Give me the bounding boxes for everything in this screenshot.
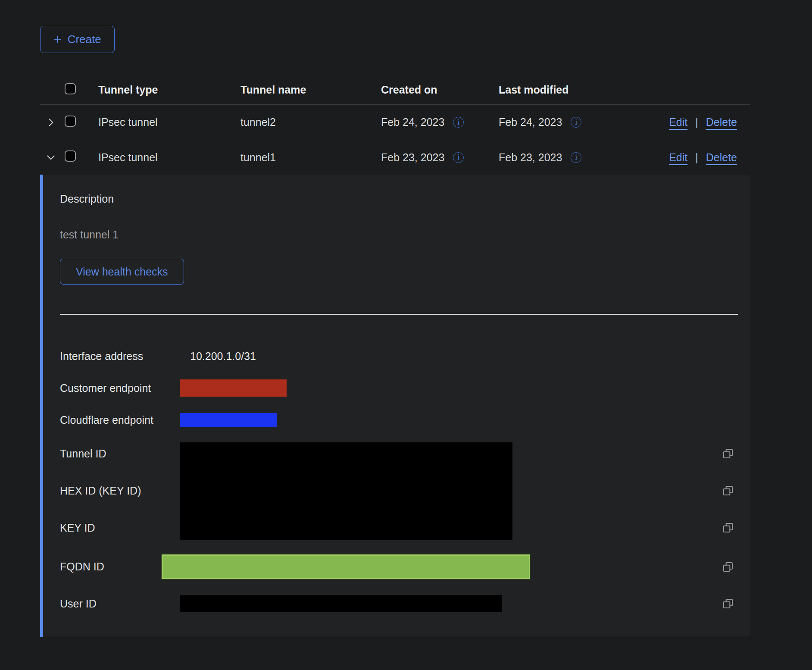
delete-link[interactable]: Delete [706, 151, 737, 164]
action-separator: | [695, 116, 698, 128]
detail-row-cloudflare-endpoint: Cloudflare endpoint [60, 411, 750, 429]
tunnel-details-panel: Description test tunnel 1 View health ch… [40, 175, 750, 637]
info-icon[interactable]: i [571, 152, 581, 163]
detail-row-key-id: KEY ID [60, 509, 750, 546]
edit-link[interactable]: Edit [669, 116, 687, 128]
cloudflare-endpoint-redaction [180, 413, 277, 427]
field-label: User ID [60, 598, 180, 610]
create-button[interactable]: + Create [40, 26, 115, 53]
header-tunnel-name: Tunnel name [240, 84, 381, 96]
description-label: Description [60, 193, 750, 205]
interface-address-value: 10.200.1.0/31 [180, 350, 256, 363]
action-separator: | [695, 151, 698, 164]
customer-endpoint-redaction [180, 379, 287, 397]
tunnel-detail-fields: Interface address 10.200.1.0/31 Customer… [60, 348, 750, 612]
detail-row-tunnel-id: Tunnel ID [60, 435, 750, 472]
copy-fqdn-id-button[interactable] [721, 560, 734, 573]
field-label: Cloudflare endpoint [60, 414, 180, 426]
user-id-redaction [180, 595, 502, 612]
fqdn-id-redaction [162, 554, 530, 579]
copy-key-id-button[interactable] [721, 521, 734, 534]
detail-row-customer-endpoint: Customer endpoint [60, 379, 750, 397]
table-row: IPsec tunnel tunnel2 Feb 24, 2023 i Feb … [40, 105, 750, 140]
copy-tunnel-id-button[interactable] [721, 447, 734, 460]
cell-tunnel-name: tunnel2 [240, 116, 381, 128]
copy-icon [721, 560, 734, 573]
edit-link[interactable]: Edit [669, 151, 687, 164]
cell-tunnel-type: IPsec tunnel [98, 151, 240, 164]
field-label: FQDN ID [60, 560, 162, 573]
header-tunnel-type: Tunnel type [98, 84, 240, 96]
chevron-right-icon [45, 117, 56, 128]
delete-link[interactable]: Delete [706, 116, 737, 128]
tunnels-table: Tunnel type Tunnel name Created on Last … [40, 75, 750, 175]
copy-icon [721, 521, 734, 534]
field-label: KEY ID [60, 522, 95, 534]
field-label: HEX ID (KEY ID) [60, 485, 141, 497]
info-icon[interactable]: i [453, 117, 464, 128]
cell-created-on: Feb 23, 2023 [381, 151, 444, 164]
header-last-modified: Last modified [499, 84, 624, 96]
cell-tunnel-type: IPsec tunnel [98, 116, 240, 128]
copy-icon [721, 447, 734, 460]
row-checkbox[interactable] [65, 150, 76, 162]
create-button-label: Create [68, 33, 101, 46]
header-created-on: Created on [381, 84, 499, 96]
copy-icon [721, 597, 734, 610]
cell-tunnel-name: tunnel1 [240, 151, 381, 164]
cell-created-on: Feb 24, 2023 [381, 116, 444, 128]
detail-row-hex-id: HEX ID (KEY ID) [60, 472, 750, 509]
copy-icon [721, 484, 734, 497]
collapse-row-button[interactable] [45, 152, 56, 163]
chevron-down-icon [45, 152, 56, 163]
select-all-checkbox[interactable] [65, 83, 76, 94]
field-label: Customer endpoint [60, 382, 180, 394]
info-icon[interactable]: i [453, 152, 464, 163]
detail-row-interface-address: Interface address 10.200.1.0/31 [60, 348, 750, 365]
plus-icon: + [53, 32, 62, 46]
copy-hex-id-button[interactable] [721, 484, 734, 497]
panel-divider [60, 314, 738, 315]
tunnel-id-group: Tunnel ID HEX ID (KEY ID) KEY ID [60, 435, 750, 546]
field-label: Tunnel ID [60, 448, 106, 460]
detail-row-user-id: User ID [60, 595, 750, 612]
copy-user-id-button[interactable] [721, 597, 734, 610]
description-value: test tunnel 1 [60, 229, 750, 241]
table-row: IPsec tunnel tunnel1 Feb 23, 2023 i Feb … [40, 140, 750, 175]
row-checkbox[interactable] [65, 116, 76, 127]
field-label: Interface address [60, 350, 180, 363]
expand-row-button[interactable] [45, 117, 56, 128]
detail-row-fqdn-id: FQDN ID [60, 554, 750, 579]
tunnels-page: + Create Tunnel type Tunnel name Created… [0, 0, 812, 670]
cell-last-modified: Feb 24, 2023 [499, 116, 562, 128]
view-health-checks-button[interactable]: View health checks [60, 259, 184, 285]
cell-last-modified: Feb 23, 2023 [499, 151, 562, 164]
info-icon[interactable]: i [571, 117, 581, 128]
table-header-row: Tunnel type Tunnel name Created on Last … [40, 75, 750, 105]
